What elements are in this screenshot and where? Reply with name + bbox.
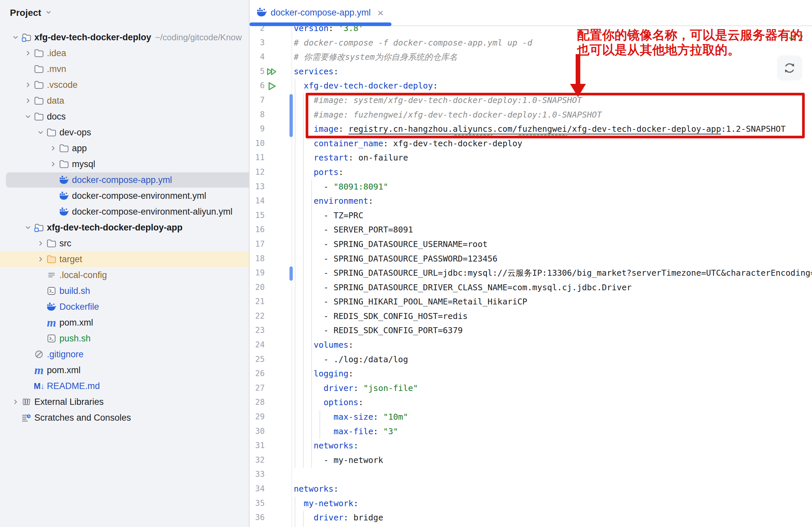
code-line-31[interactable]: 31 networks: xyxy=(249,439,812,453)
tree-chevron-icon[interactable] xyxy=(23,219,34,236)
tree-chevron-icon[interactable] xyxy=(35,125,46,140)
tree-item-pom-xml[interactable]: mpom.xml xyxy=(0,315,249,330)
code-line-27[interactable]: 27 driver: "json-file" xyxy=(249,381,812,396)
tree-item-mysql[interactable]: mysql xyxy=(0,156,249,172)
tree-chevron-icon[interactable] xyxy=(10,29,21,45)
code-line-26[interactable]: 26 logging: xyxy=(249,367,812,381)
line-number: 25 xyxy=(249,352,265,367)
tree-item-docs[interactable]: docs xyxy=(0,109,249,125)
indent-guide xyxy=(303,511,304,527)
code-line-19[interactable]: 19 - SPRING_DATASOURCE_URL=jdbc:mysql://… xyxy=(249,266,812,280)
line-number: 28 xyxy=(249,395,265,410)
tree-item-label: docker-compose-app.yml xyxy=(72,175,172,185)
tree-item-dockerfile[interactable]: Dockerfile xyxy=(0,299,249,315)
project-panel: Project xfg-dev-tech-docker-deploy~/codi… xyxy=(0,0,249,527)
code-line-13[interactable]: 13 - "8091:8091" xyxy=(249,180,812,194)
tree-chevron-icon[interactable] xyxy=(23,93,34,109)
tree-item--vscode[interactable]: .vscode xyxy=(0,77,249,93)
tree-item-xfg-dev-tech-docker-deploy-app[interactable]: xfg-dev-tech-docker-deploy-app xyxy=(0,219,249,236)
project-root-path: ~/coding/gitcode/Know xyxy=(155,32,242,43)
textfile-icon xyxy=(46,271,57,279)
code-line-30[interactable]: 30 max-file: "3" xyxy=(249,424,812,439)
code-line-21[interactable]: 21 - SPRING_HIKARI_POOL_NAME=Retail_Hika… xyxy=(249,295,812,309)
code-line-17[interactable]: 17 - SPRING_DATASOURCE_USERNAME=root xyxy=(249,237,812,252)
code-line-15[interactable]: 15 - TZ=PRC xyxy=(249,208,812,223)
tree-item--local-config[interactable]: .local-config xyxy=(0,267,249,283)
code-line-34[interactable]: 34networks: xyxy=(249,482,812,496)
tree-chevron-spacer xyxy=(23,362,34,378)
tree-item-docker-compose-environment-aliyun-yml[interactable]: docker-compose-environment-aliyun.yml xyxy=(0,204,249,219)
tree-chevron-icon[interactable] xyxy=(47,156,59,172)
run-all-services-icon[interactable] xyxy=(266,66,278,77)
code-line-14[interactable]: 14 environment: xyxy=(249,194,812,208)
tree-item-data[interactable]: data xyxy=(0,93,249,109)
line-number: 13 xyxy=(249,180,265,194)
editor-area[interactable]: 2version: '3.8'3# docker-compose -f dock… xyxy=(249,0,812,527)
tree-item-pom-xml[interactable]: mpom.xml xyxy=(0,362,249,378)
code-line-33[interactable]: 33 xyxy=(249,467,812,482)
tree-item--gitignore[interactable]: .gitignore xyxy=(0,346,249,362)
code-line-29[interactable]: 29 max-size: "10m" xyxy=(249,410,812,424)
tree-chevron-icon[interactable] xyxy=(35,251,46,267)
tab-close-icon[interactable]: × xyxy=(377,8,383,18)
code-line-12[interactable]: 12 ports: xyxy=(249,165,812,180)
folder-icon xyxy=(59,160,69,168)
load-changes-button[interactable] xyxy=(777,56,802,81)
code-line-28[interactable]: 28 options: xyxy=(249,395,812,410)
tree-chevron-icon[interactable] xyxy=(23,77,34,93)
tree-item-dev-ops[interactable]: dev-ops xyxy=(0,125,249,140)
indent-guide xyxy=(295,497,295,527)
run-service-icon[interactable] xyxy=(266,81,277,92)
code-line-24[interactable]: 24 volumes: xyxy=(249,338,812,352)
code-text: container_name: xfg-dev-tech-docker-depl… xyxy=(294,137,522,151)
folder-icon xyxy=(34,96,44,105)
code-text: - SPRING_HIKARI_POOL_NAME=Retail_HikariC… xyxy=(294,295,527,309)
tree-item-scratches-and-consoles[interactable]: Scratches and Consoles xyxy=(0,410,249,426)
tree-item-readme-md[interactable]: M↓README.md xyxy=(0,378,249,394)
code-line-22[interactable]: 22 - REDIS_SDK_CONFIG_HOST=redis xyxy=(249,309,812,324)
docker-icon xyxy=(59,191,69,200)
chevron-down-icon[interactable] xyxy=(45,8,53,17)
line-number: 21 xyxy=(249,295,265,309)
vcs-change-bar[interactable] xyxy=(289,267,293,281)
code-line-20[interactable]: 20 - SPRING_DATASOURCE_DRIVER_CLASS_NAME… xyxy=(249,280,812,295)
gitignore-icon xyxy=(34,350,44,359)
code-line-18[interactable]: 18 - SPRING_DATASOURCE_PASSWORD=123456 xyxy=(249,252,812,266)
tree-item-push-sh[interactable]: push.sh xyxy=(0,330,249,346)
tree-item-external-libraries[interactable]: External Libraries xyxy=(0,394,249,410)
code-line-25[interactable]: 25 - ./log:/data/log xyxy=(249,352,812,367)
code-text: driver: "json-file" xyxy=(294,381,418,396)
annotation-arrow-head xyxy=(570,84,586,97)
tree-item--mvn[interactable]: .mvn xyxy=(0,61,249,77)
line-number: 19 xyxy=(249,266,265,280)
code-line-6[interactable]: 6 xfg-dev-tech-docker-deploy: xyxy=(249,79,812,93)
code-line-23[interactable]: 23 - REDIS_SDK_CONFIG_PORT=6379 xyxy=(249,323,812,338)
tree-item-xfg-dev-tech-docker-deploy[interactable]: xfg-dev-tech-docker-deploy~/coding/gitco… xyxy=(0,29,249,45)
tree-item-label: .idea xyxy=(47,48,66,58)
line-number: 7 xyxy=(249,93,265,108)
code-line-10[interactable]: 10 container_name: xfg-dev-tech-docker-d… xyxy=(249,137,812,151)
tree-chevron-icon[interactable] xyxy=(23,109,34,125)
tree-item-docker-compose-environment-yml[interactable]: docker-compose-environment.yml xyxy=(0,188,249,204)
code-line-35[interactable]: 35 my-network: xyxy=(249,496,812,511)
tree-item-src[interactable]: src xyxy=(0,236,249,251)
tree-chevron-icon[interactable] xyxy=(35,236,46,251)
tab-docker-compose-app-yml[interactable]: docker-compose-app.yml × xyxy=(249,0,391,25)
tree-item-build-sh[interactable]: build.sh xyxy=(0,283,249,299)
tree-item-docker-compose-app-yml[interactable]: docker-compose-app.yml xyxy=(0,172,249,188)
code-line-5[interactable]: 5services: xyxy=(249,65,812,79)
vcs-change-bar[interactable] xyxy=(289,94,293,137)
tree-item--idea[interactable]: .idea xyxy=(0,45,249,61)
tree-item-label: src xyxy=(59,238,71,248)
tree-chevron-icon[interactable] xyxy=(47,140,59,156)
code-line-16[interactable]: 16 - SERVER_PORT=8091 xyxy=(249,223,812,237)
code-line-32[interactable]: 32 - my-network xyxy=(249,453,812,468)
tree-item-target[interactable]: target xyxy=(0,251,249,267)
code-line-36[interactable]: 36 driver: bridge xyxy=(249,511,812,525)
project-panel-header[interactable]: Project xyxy=(10,5,53,21)
tree-chevron-icon[interactable] xyxy=(23,45,34,61)
tree-item-app[interactable]: app xyxy=(0,140,249,156)
tree-chevron-icon[interactable] xyxy=(10,394,21,410)
code-line-11[interactable]: 11 restart: on-failure xyxy=(249,151,812,165)
line-number: 9 xyxy=(249,122,265,137)
